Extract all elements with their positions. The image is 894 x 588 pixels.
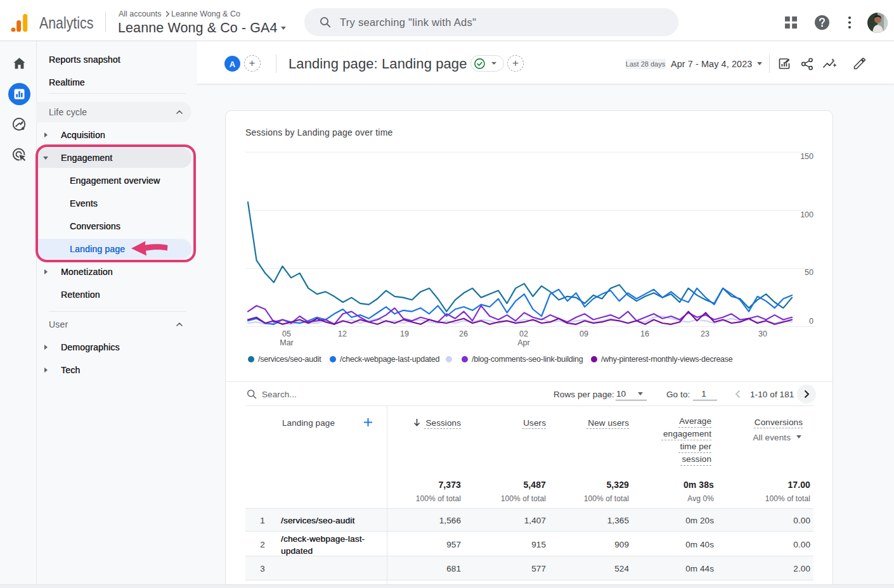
svg-text:Apr: Apr: [517, 338, 529, 347]
svg-text:0: 0: [809, 317, 813, 326]
svg-text:30: 30: [758, 329, 767, 338]
svg-text:16: 16: [640, 329, 649, 338]
svg-text:26: 26: [459, 329, 468, 338]
svg-text:12: 12: [338, 329, 347, 338]
svg-text:Mar: Mar: [280, 338, 294, 347]
svg-text:23: 23: [701, 329, 709, 338]
svg-text:09: 09: [580, 329, 588, 338]
svg-text:150: 150: [800, 152, 813, 161]
svg-text:100: 100: [800, 210, 813, 219]
svg-text:05: 05: [282, 329, 291, 338]
svg-text:02: 02: [519, 329, 528, 338]
svg-text:19: 19: [400, 329, 409, 338]
svg-text:50: 50: [805, 268, 813, 277]
